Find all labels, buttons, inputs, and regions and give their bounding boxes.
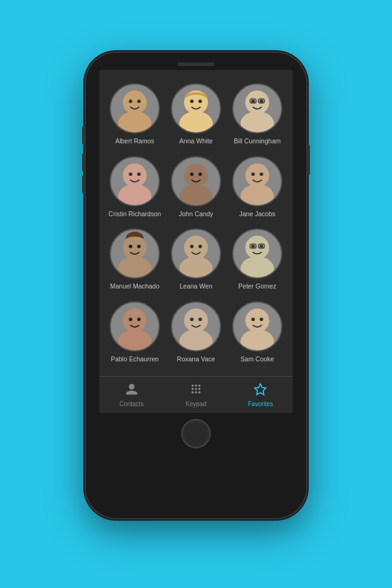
- contact-avatar-12: [232, 301, 282, 352]
- contact-item-4[interactable]: Cristin Richardson: [105, 153, 164, 222]
- contact-avatar-2: [171, 83, 221, 134]
- svg-point-59: [195, 391, 197, 393]
- contact-avatar-6: [232, 156, 282, 206]
- header-banner: [165, 0, 227, 43]
- contact-name-5: John Candy: [179, 210, 213, 218]
- contact-item-12[interactable]: Sam Cooke: [228, 298, 287, 367]
- svg-point-58: [192, 391, 194, 393]
- svg-point-0: [123, 91, 147, 115]
- svg-point-6: [190, 99, 194, 103]
- svg-point-26: [123, 236, 147, 260]
- tab-favorites[interactable]: Favorites: [228, 379, 293, 411]
- contact-name-8: Leana Wen: [179, 282, 213, 290]
- contact-name-1: Albert Ramos: [115, 137, 154, 145]
- svg-point-9: [241, 111, 274, 132]
- tab-contacts[interactable]: Contacts: [99, 379, 164, 411]
- contact-item-2[interactable]: Anna White: [167, 80, 225, 149]
- contact-name-11: Roxana Vace: [177, 355, 215, 363]
- svg-point-15: [118, 184, 152, 205]
- phone-speaker: [178, 62, 214, 66]
- svg-point-49: [241, 330, 274, 350]
- tab-label-contacts: Contacts: [119, 401, 143, 407]
- svg-point-32: [190, 245, 194, 249]
- svg-point-54: [198, 384, 201, 386]
- contact-name-12: Sam Cooke: [241, 355, 274, 363]
- contact-item-10[interactable]: Pablo Echaurren: [105, 298, 164, 367]
- svg-point-20: [190, 172, 194, 176]
- svg-point-8: [246, 91, 270, 115]
- svg-point-30: [184, 236, 208, 260]
- contact-avatar-8: [171, 228, 221, 279]
- contact-avatar-11: [171, 301, 221, 352]
- contact-avatar-3: [232, 83, 282, 134]
- svg-point-21: [198, 172, 202, 176]
- person-icon: [125, 383, 138, 399]
- contact-avatar-5: [171, 156, 221, 206]
- svg-point-7: [198, 99, 202, 103]
- svg-point-22: [246, 163, 270, 187]
- tab-label-keypad: Keypad: [186, 401, 206, 407]
- contact-avatar-1: [110, 83, 160, 134]
- svg-point-23: [241, 184, 274, 205]
- svg-point-1: [118, 111, 152, 132]
- svg-point-57: [198, 388, 201, 390]
- svg-point-53: [195, 384, 197, 386]
- svg-point-24: [251, 172, 255, 176]
- svg-point-60: [198, 391, 201, 393]
- keypad-icon: [189, 383, 203, 399]
- contacts-grid: Albert Ramos Anna White Bill Cunningham …: [99, 70, 293, 376]
- contact-avatar-10: [110, 301, 160, 352]
- svg-point-45: [179, 330, 213, 350]
- svg-point-34: [246, 236, 270, 260]
- svg-point-25: [260, 172, 263, 176]
- tab-label-favorites: Favorites: [248, 401, 273, 407]
- contact-name-3: Bill Cunningham: [234, 137, 281, 145]
- svg-point-3: [137, 99, 141, 103]
- svg-point-16: [129, 172, 132, 176]
- svg-point-42: [129, 317, 132, 321]
- contact-item-8[interactable]: Leana Wen: [167, 225, 225, 294]
- svg-point-2: [129, 99, 132, 103]
- svg-point-55: [192, 388, 194, 390]
- svg-point-5: [179, 111, 213, 132]
- svg-point-17: [137, 172, 141, 176]
- svg-point-29: [137, 245, 141, 249]
- contact-item-5[interactable]: John Candy: [167, 153, 225, 222]
- contact-item-7[interactable]: Manuel Machado: [105, 225, 164, 294]
- contact-item-3[interactable]: Bill Cunningham: [228, 80, 287, 149]
- contact-avatar-4: [110, 156, 160, 206]
- svg-point-18: [184, 163, 208, 187]
- phone-screen: Albert Ramos Anna White Bill Cunningham …: [99, 70, 293, 413]
- contact-name-9: Peter Gomez: [238, 282, 276, 290]
- contact-name-2: Anna White: [179, 137, 213, 145]
- svg-point-46: [190, 317, 194, 321]
- svg-point-51: [260, 317, 263, 321]
- svg-point-47: [198, 317, 202, 321]
- contact-name-6: Jane Jacobs: [239, 210, 276, 218]
- svg-point-27: [118, 257, 152, 277]
- svg-point-44: [184, 309, 208, 333]
- contact-item-6[interactable]: Jane Jacobs: [228, 153, 287, 222]
- svg-point-41: [118, 330, 152, 350]
- svg-point-33: [198, 245, 202, 249]
- contact-item-1[interactable]: Albert Ramos: [105, 80, 164, 149]
- tab-keypad[interactable]: Keypad: [164, 379, 228, 411]
- star-icon: [254, 383, 267, 399]
- contact-avatar-9: [232, 228, 282, 279]
- contact-name-4: Cristin Richardson: [108, 210, 161, 218]
- svg-point-31: [179, 257, 213, 277]
- phone-device: Albert Ramos Anna White Bill Cunningham …: [83, 43, 309, 527]
- contact-item-11[interactable]: Roxana Vace: [167, 298, 225, 367]
- contact-avatar-7: [110, 228, 160, 279]
- svg-marker-61: [255, 383, 266, 394]
- phone-shell: Albert Ramos Anna White Bill Cunningham …: [86, 53, 306, 518]
- contact-item-9[interactable]: Peter Gomez: [228, 225, 287, 294]
- svg-point-28: [129, 245, 132, 249]
- svg-point-19: [179, 184, 213, 205]
- svg-point-56: [195, 388, 197, 390]
- svg-point-14: [123, 163, 147, 187]
- svg-point-43: [137, 317, 141, 321]
- tab-bar: Contacts Keypad Favorites: [99, 376, 293, 413]
- svg-point-35: [241, 257, 274, 277]
- home-button[interactable]: [181, 419, 211, 448]
